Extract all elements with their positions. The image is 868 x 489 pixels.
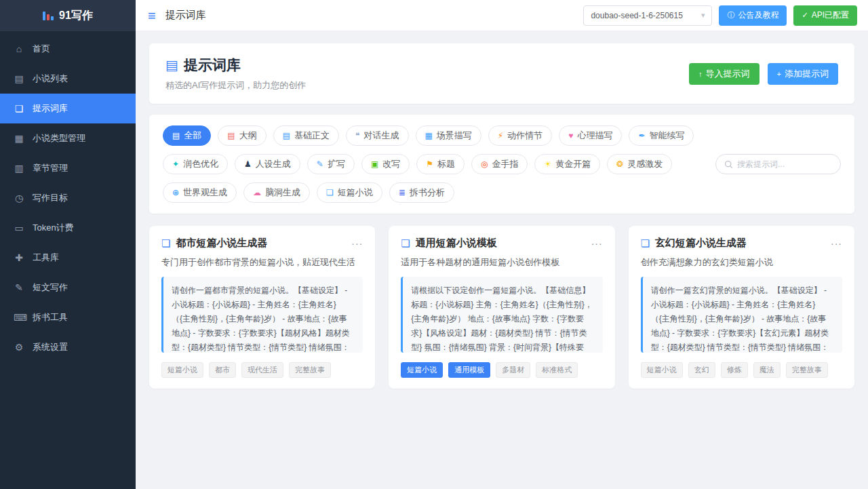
sidebar-item-home[interactable]: ⌂首页	[0, 34, 136, 64]
category-pill-标题[interactable]: ⚑标题	[416, 154, 465, 174]
announcement-label: 公告及教程	[738, 9, 778, 21]
model-select[interactable]: doubao-seed-1-6-250615 ▾	[583, 5, 712, 26]
prompt-card-header: ❏玄幻短篇小说生成器···	[641, 237, 842, 250]
short-writing-icon: ✎	[14, 282, 24, 293]
category-pill-脑洞生成[interactable]: ☁脑洞生成	[243, 182, 310, 203]
category-pill-心理描写[interactable]: ♥心理描写	[559, 125, 622, 146]
prompt-tag: 玄幻	[688, 362, 715, 378]
category-filter-card: ▤全部▤大纲▤基础正文❝对话生成▦场景描写⚡动作情节♥心理描写✒智能续写✦润色优…	[149, 115, 854, 214]
prompt-card-description: 创作充满想象力的玄幻类短篇小说	[641, 256, 842, 269]
sidebar-item-label: 工具库	[33, 252, 59, 264]
category-pill-对话生成[interactable]: ❝对话生成	[346, 125, 408, 146]
prompt-tag: 现代生活	[241, 362, 283, 378]
category-pill-改写[interactable]: ▣改写	[361, 154, 410, 174]
category-icon: ⚡	[498, 131, 503, 140]
prompt-cards-grid: ❏都市短篇小说生成器···专门用于创作都市背景的短篇小说，贴近现代生活请创作一篇…	[149, 226, 854, 389]
category-pill-全部[interactable]: ▤全部	[163, 125, 211, 146]
announcement-button[interactable]: ⓘ 公告及教程	[719, 5, 787, 26]
category-row: ✦润色优化♟人设生成✎扩写▣改写⚑标题◎金手指☀黄金开篇❂灵感激发	[163, 154, 841, 174]
category-icon: ▤	[283, 131, 290, 140]
sidebar-item-chapter-manage[interactable]: ▥章节管理	[0, 153, 136, 183]
prompt-tag: 通用模板	[448, 362, 490, 378]
sidebar-item-label: 首页	[33, 43, 50, 55]
category-label: 动作情节	[507, 130, 542, 142]
api-status-label: API已配置	[812, 9, 849, 21]
page-subtitle: 精选的AI写作提示词，助力您的创作	[165, 79, 306, 92]
category-pill-基础正文[interactable]: ▤基础正文	[273, 125, 339, 146]
plus-icon: +	[777, 70, 781, 78]
category-label: 大纲	[239, 130, 257, 142]
prompt-tag: 短篇小说	[641, 362, 683, 378]
sidebar-item-writing-goal[interactable]: ◷写作目标	[0, 183, 136, 213]
sidebar-item-tool-library[interactable]: ✚工具库	[0, 243, 136, 273]
prompt-card-header: ❏通用短篇小说模板···	[401, 237, 602, 250]
prompt-content-preview: 请创作一篇玄幻背景的短篇小说。【基础设定】 - 小说标题：{小说标题} - 主角…	[641, 277, 842, 353]
sidebar-item-label: 拆书工具	[33, 311, 68, 324]
sidebar-item-novel-type-manage[interactable]: ▦小说类型管理	[0, 123, 136, 153]
prompt-library-icon: ❏	[14, 103, 24, 114]
category-pill-人设生成[interactable]: ♟人设生成	[235, 154, 300, 174]
category-icon: ❂	[616, 159, 623, 169]
search-input[interactable]	[737, 159, 832, 169]
category-label: 润色优化	[183, 158, 218, 170]
sidebar-item-system-settings[interactable]: ⚙系统设置	[0, 332, 136, 362]
prompt-tag: 都市	[209, 362, 236, 378]
category-pill-动作情节[interactable]: ⚡动作情节	[488, 125, 552, 146]
home-icon: ⌂	[14, 43, 24, 54]
page-title-row: ▤ 提示词库	[165, 56, 306, 75]
prompt-card: ❏都市短篇小说生成器···专门用于创作都市背景的短篇小说，贴近现代生活请创作一篇…	[149, 226, 375, 389]
category-pill-世界观生成[interactable]: ⊕世界观生成	[163, 182, 237, 203]
category-pill-短篇小说[interactable]: ❏短篇小说	[317, 182, 382, 203]
prompt-tag: 完整故事	[786, 362, 828, 378]
category-pill-场景描写[interactable]: ▦场景描写	[416, 125, 481, 146]
category-pill-润色优化[interactable]: ✦润色优化	[163, 154, 228, 174]
page-header-card: ▤ 提示词库 精选的AI写作提示词，助力您的创作 ↑ 导入提示词 + 添加提示词	[149, 43, 854, 104]
sidebar-item-prompt-library[interactable]: ❏提示词库	[0, 94, 136, 123]
category-pill-扩写[interactable]: ✎扩写	[307, 154, 355, 174]
more-actions-button[interactable]: ···	[591, 238, 603, 249]
sidebar-item-token-billing[interactable]: ▭Token计费	[0, 213, 136, 243]
category-pill-拆书分析[interactable]: ≣拆书分析	[389, 182, 454, 203]
book-icon: ❏	[161, 237, 170, 250]
category-pill-金手指[interactable]: ◎金手指	[471, 154, 528, 174]
category-pill-大纲[interactable]: ▤大纲	[218, 125, 266, 146]
category-label: 短篇小说	[338, 187, 373, 199]
sidebar-item-label: 写作目标	[33, 192, 68, 204]
chapter-manage-icon: ▥	[14, 163, 24, 174]
prompt-card: ❏玄幻短篇小说生成器···创作充满想象力的玄幻类短篇小说请创作一篇玄幻背景的短篇…	[629, 226, 854, 389]
more-actions-button[interactable]: ···	[351, 238, 363, 249]
sidebar-item-book-analysis-tool[interactable]: ⌨拆书工具	[0, 302, 136, 332]
category-icon: ⊕	[172, 188, 179, 197]
sidebar-collapse-icon[interactable]: ≡	[146, 9, 157, 22]
sidebar-item-novel-list[interactable]: ▤小说列表	[0, 64, 136, 94]
prompt-card: ❏通用短篇小说模板···适用于各种题材的通用短篇小说创作模板请根据以下设定创作一…	[389, 226, 614, 389]
prompt-content-preview: 请创作一篇都市背景的短篇小说。【基础设定】 - 小说标题：{小说标题} - 主角…	[161, 277, 363, 353]
upload-icon: ↑	[698, 70, 703, 78]
category-icon: ✒	[638, 131, 645, 140]
sidebar-item-label: 小说类型管理	[33, 132, 85, 144]
tool-library-icon: ✚	[14, 252, 24, 263]
api-status-button[interactable]: ✓ API已配置	[793, 5, 857, 26]
prompt-card-tags: 短篇小说通用模板多题材标准格式	[401, 362, 602, 378]
category-icon: ☀	[544, 159, 551, 169]
import-prompt-button[interactable]: ↑ 导入提示词	[689, 63, 760, 85]
sidebar-item-label: 提示词库	[33, 102, 68, 115]
sidebar-item-short-writing[interactable]: ✎短文写作	[0, 273, 136, 302]
category-label: 金手指	[492, 158, 518, 170]
prompt-card-header: ❏都市短篇小说生成器···	[161, 237, 363, 250]
prompt-tag: 多题材	[496, 362, 530, 378]
prompt-tag: 魔法	[753, 362, 781, 378]
category-icon: ❏	[326, 188, 334, 197]
key-icon: ✓	[802, 11, 808, 20]
category-label: 黄金开篇	[555, 158, 591, 170]
add-prompt-button[interactable]: + 添加提示词	[768, 63, 838, 85]
more-actions-button[interactable]: ···	[831, 238, 842, 249]
category-pill-黄金开篇[interactable]: ☀黄金开篇	[534, 154, 600, 174]
category-icon: ≣	[399, 188, 406, 197]
category-label: 场景描写	[437, 130, 472, 142]
category-pill-智能续写[interactable]: ✒智能续写	[629, 125, 694, 146]
app-root: 91写作 ⌂首页▤小说列表❏提示词库▦小说类型管理▥章节管理◷写作目标▭Toke…	[0, 0, 868, 489]
book-icon: ❏	[401, 237, 410, 250]
novel-list-icon: ▤	[14, 73, 24, 84]
category-pill-灵感激发[interactable]: ❂灵感激发	[607, 154, 672, 174]
